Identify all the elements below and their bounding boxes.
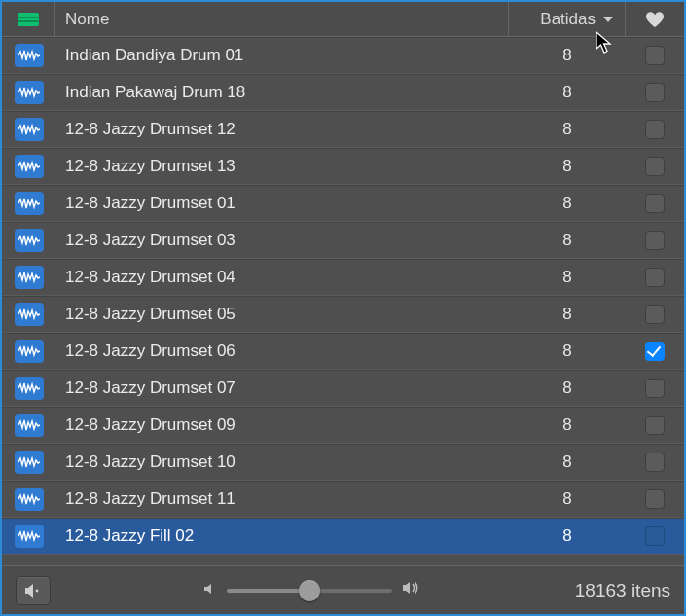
loop-type-cell [2,377,55,400]
loop-beats: 8 [509,194,626,213]
table-row[interactable]: 12-8 Jazzy Fill 028 [2,518,684,555]
table-row[interactable]: 12-8 Jazzy Drumset 128 [2,111,684,148]
favorite-cell [626,379,684,398]
favorite-checkbox[interactable] [645,157,665,176]
favorite-checkbox[interactable] [645,194,665,213]
loop-type-cell [2,303,55,326]
loop-beats: 8 [509,120,626,139]
favorite-checkbox[interactable] [645,416,665,435]
table-row[interactable]: 12-8 Jazzy Drumset 038 [2,222,684,259]
column-header-beats[interactable]: Batidas [509,2,626,36]
favorite-checkbox[interactable] [645,46,665,65]
table-row[interactable]: 12-8 Jazzy Drumset 078 [2,370,684,407]
favorite-checkbox[interactable] [645,268,665,287]
favorite-checkbox[interactable] [645,526,665,546]
volume-high-icon [402,580,421,600]
favorite-cell [626,305,684,324]
loop-type-cell [2,414,55,437]
loop-type-cell [2,192,55,215]
column-header-favorite[interactable] [626,2,684,36]
audio-loop-icon [15,266,44,289]
table-row[interactable]: 12-8 Jazzy Drumset 048 [2,259,684,296]
favorite-cell [626,194,684,213]
loop-type-cell [2,266,55,289]
favorite-checkbox[interactable] [645,231,665,250]
list-view-icon [18,13,39,26]
favorite-cell [626,526,684,546]
loop-beats: 8 [509,526,626,546]
loop-beats: 8 [509,46,626,65]
loop-beats: 8 [509,83,626,102]
loop-beats: 8 [509,416,626,435]
loop-name: 12-8 Jazzy Drumset 04 [55,268,509,287]
favorite-cell [626,120,684,139]
favorite-cell [626,416,684,435]
loop-name: 12-8 Jazzy Fill 02 [55,526,509,546]
volume-slider[interactable] [227,589,392,593]
table-row[interactable]: Indian Pakawaj Drum 188 [2,74,684,111]
loop-type-cell [2,451,55,474]
audio-loop-icon [15,451,44,474]
speaker-icon [24,583,42,598]
audio-loop-icon [15,525,44,548]
audio-loop-icon [15,303,44,326]
table-row[interactable]: 12-8 Jazzy Drumset 108 [2,444,684,481]
loop-type-cell [2,340,55,363]
audio-loop-icon [15,118,44,141]
audio-loop-icon [15,44,44,67]
loop-beats: 8 [509,157,626,176]
loop-type-cell [2,155,55,178]
loop-name: 12-8 Jazzy Drumset 03 [55,231,509,250]
loop-list: Indian Dandiya Drum 018Indian Pakawaj Dr… [2,37,684,565]
heart-icon [646,12,664,27]
svg-point-0 [36,589,39,592]
favorite-cell [626,489,684,509]
column-header-row: Nome Batidas [2,2,684,37]
table-row[interactable]: 12-8 Jazzy Drumset 018 [2,185,684,222]
favorite-cell [626,342,684,361]
audio-loop-icon [15,377,44,400]
loop-beats: 8 [509,453,626,472]
favorite-checkbox[interactable] [645,379,665,398]
loop-type-cell [2,81,55,104]
table-row[interactable]: 12-8 Jazzy Drumset 058 [2,296,684,333]
table-row[interactable]: Indian Dandiya Drum 018 [2,37,684,74]
favorite-checkbox[interactable] [645,489,665,509]
item-count: 18163 itens [575,580,670,601]
preview-play-button[interactable] [16,576,51,605]
audio-loop-icon [15,155,44,178]
audio-loop-icon [15,192,44,215]
volume-slider-fill [227,589,309,593]
loop-type-cell [2,525,55,548]
table-row[interactable]: 12-8 Jazzy Drumset 098 [2,407,684,444]
loop-type-cell [2,488,55,511]
favorite-checkbox[interactable] [645,83,665,102]
favorite-cell [626,46,684,65]
table-row[interactable]: 12-8 Jazzy Drumset 068 [2,333,684,370]
favorite-cell [626,231,684,250]
column-header-name[interactable]: Nome [55,2,509,36]
loop-beats: 8 [509,342,626,361]
favorite-checkbox[interactable] [645,453,665,472]
loop-name: 12-8 Jazzy Drumset 01 [55,194,509,213]
favorite-checkbox[interactable] [645,342,665,361]
audio-loop-icon [15,488,44,511]
loop-beats: 8 [509,379,626,398]
table-row[interactable]: 12-8 Jazzy Drumset 138 [2,148,684,185]
chevron-down-icon [603,17,613,22]
favorite-cell [626,83,684,102]
loop-beats: 8 [509,231,626,250]
loop-name: 12-8 Jazzy Drumset 05 [55,305,509,324]
volume-low-icon [203,581,217,600]
loop-name: 12-8 Jazzy Drumset 09 [55,416,509,435]
loop-name: 12-8 Jazzy Drumset 07 [55,379,509,398]
favorite-checkbox[interactable] [645,120,665,139]
volume-slider-thumb[interactable] [299,580,320,601]
loop-name: Indian Pakawaj Drum 18 [55,83,509,102]
loop-beats: 8 [509,305,626,324]
favorite-checkbox[interactable] [645,305,665,324]
loop-beats: 8 [509,489,626,509]
view-mode-cell[interactable] [2,2,55,36]
table-row[interactable]: 12-8 Jazzy Drumset 118 [2,481,684,518]
loop-name: 12-8 Jazzy Drumset 10 [55,453,509,472]
